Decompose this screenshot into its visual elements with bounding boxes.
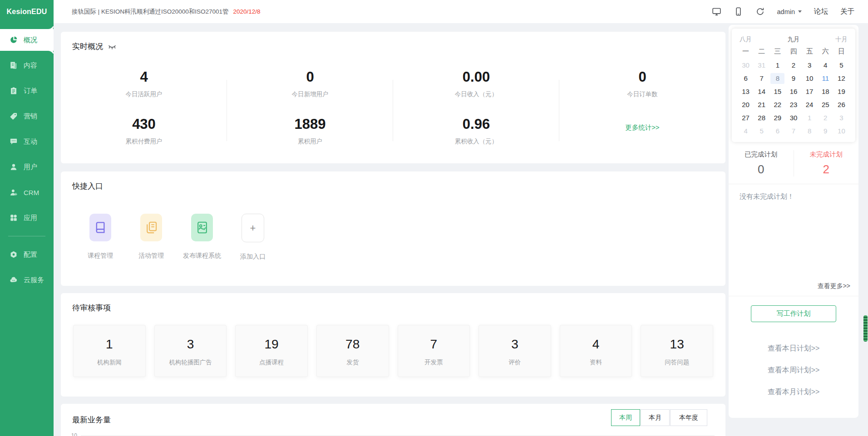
view-more-link[interactable]: 查看更多>> [729,282,858,296]
stat-value: 1889 [227,117,393,131]
view-plan-link-today[interactable]: 查看本日计划>> [768,344,820,353]
sidebar-item-crm[interactable]: CRM [0,181,54,203]
forum-link[interactable]: 论坛 [814,7,828,16]
pending-item-vod-courses[interactable]: 19点播课程 [235,325,308,377]
calendar-day[interactable]: 18 [819,86,833,97]
more-stats-link[interactable]: 更多统计>> [626,123,660,132]
calendar-day[interactable]: 30 [739,60,753,71]
overview-stats-grid: 4今日活跃用户430累积付费用户0今日新增用户1889累积用户0.00今日收入（… [61,64,725,146]
calendar-day[interactable]: 2 [786,60,800,71]
sidebar-item-users[interactable]: 用户 [0,156,54,178]
quick-entry-publish-course-system[interactable]: 发布课程系统 [191,214,213,261]
sidebar-item-apps[interactable]: 应用 [0,207,54,229]
right-panel-divider [729,296,858,296]
sidebar-item-cloud[interactable]: 云服务 [0,269,54,291]
calendar-day[interactable]: 26 [834,99,848,110]
pending-item-invoicing[interactable]: 7开发票 [398,325,470,377]
quick-entry-add-entry[interactable]: +添加入口 [242,214,264,261]
calendar-day[interactable]: 4 [739,126,753,137]
sidebar-item-marketing[interactable]: 营销 [0,105,54,127]
sidebar-item-orders[interactable]: 订单 [0,80,54,102]
pending-item-org-banner-ads[interactable]: 3机构轮播图广告 [154,325,227,377]
doc-icon [10,61,18,69]
calendar-day[interactable]: 16 [786,86,800,97]
tab-year[interactable]: 本年度 [670,409,707,426]
quick-entry-label: 活动管理 [138,252,164,260]
calendar-day[interactable]: 15 [770,86,784,97]
calendar-day[interactable]: 29 [770,113,784,123]
calendar-day[interactable]: 3 [834,113,848,123]
calendar-day[interactable]: 24 [803,99,817,110]
calendar-day[interactable]: 10 [803,73,817,84]
desktop-view-icon[interactable] [712,7,721,16]
calendar-day[interactable]: 10 [834,126,848,137]
pending-item-org-news[interactable]: 1机构新闻 [73,325,146,377]
tab-month[interactable]: 本月 [641,409,670,426]
mobile-view-icon[interactable] [734,7,743,16]
sidebar-item-overview[interactable]: 概况 [0,29,54,51]
calendar-day[interactable]: 20 [739,99,753,110]
calendar-day[interactable]: 31 [755,60,769,71]
tab-week[interactable]: 本周 [611,409,640,426]
calendar-day[interactable]: 27 [739,113,753,123]
quick-entry-course-management[interactable]: 课程管理 [89,214,111,261]
latest-business-card: 最新业务量 本周本月本年度 10 [61,404,725,436]
calendar-day[interactable]: 7 [755,73,769,84]
calendar-day[interactable]: 9 [786,73,800,84]
calendar-day[interactable]: 6 [739,73,753,84]
calendar-day[interactable]: 8 [803,126,817,137]
clipboard-icon [10,87,18,95]
calendar-weekday: 六 [818,47,833,58]
quick-entry-activity-management[interactable]: 活动管理 [140,214,162,261]
calendar-day-selected[interactable]: 8 [770,73,784,84]
calendar-day[interactable]: 4 [819,60,833,71]
calendar-day[interactable]: 5 [834,60,848,71]
sidebar-item-config[interactable]: 配置 [0,244,54,265]
calendar-day[interactable]: 3 [803,60,817,71]
calendar-day[interactable]: 13 [739,86,753,97]
chat-icon [10,137,18,146]
write-plan-button[interactable]: 写工作计划 [751,305,836,322]
plans-empty-message: 没有未完成计划！ [729,184,858,209]
about-link[interactable]: 关于 [840,7,854,16]
app-logo[interactable]: KesionEDU [0,0,54,23]
calendar-day[interactable]: 1 [770,60,784,71]
admin-dropdown[interactable]: admin [777,8,802,15]
pending-item-qa-questions[interactable]: 13问答问题 [641,325,713,377]
calendar-day[interactable]: 19 [834,86,848,97]
eye-closed-icon[interactable] [108,42,117,51]
calendar-day[interactable]: 28 [755,113,769,123]
calendar-day[interactable]: 9 [819,126,833,137]
calendar-day[interactable]: 12 [834,73,848,84]
calendar-day[interactable]: 7 [786,126,800,137]
pending-item-shipping[interactable]: 78发货 [316,325,389,377]
stat-new-users-total: 1889累积用户 [227,117,393,146]
pending-item-reviews[interactable]: 3评价 [478,325,551,377]
calendar-next-month[interactable]: 十月 [835,35,848,44]
stat-column-income: 0.00今日收入（元）0.96累积收入（元） [393,64,559,146]
sidebar-item-interaction[interactable]: 互动 [0,131,54,152]
sidebar-item-content[interactable]: 内容 [0,54,54,76]
view-plan-link-month[interactable]: 查看本月计划>> [768,387,820,397]
pending-item-materials[interactable]: 4资料 [560,325,632,377]
calendar-day[interactable]: 6 [770,126,784,137]
calendar-day[interactable]: 2 [819,113,833,123]
page-scrollbar-thumb[interactable] [863,315,868,342]
pending-review-card: 待审核事项 1机构新闻3机构轮播图广告19点播课程78发货7开发票3评价4资料1… [61,293,725,397]
calendar-day[interactable]: 25 [819,99,833,110]
calendar-day[interactable]: 30 [786,113,800,123]
calendar-day-today[interactable]: 11 [819,73,833,84]
stat-value: 0 [227,70,393,84]
calendar-day[interactable]: 17 [803,86,817,97]
calendar-day[interactable]: 22 [770,99,784,110]
calendar-day[interactable]: 5 [755,126,769,137]
calendar-day[interactable]: 23 [786,99,800,110]
view-plan-link-week[interactable]: 查看本周计划>> [768,366,820,375]
calendar-day[interactable]: 14 [755,86,769,97]
calendar-prev-month[interactable]: 八月 [740,35,752,44]
stat-value: 4 [61,70,227,84]
calendar-day[interactable]: 1 [803,113,817,123]
calendar-day[interactable]: 21 [755,99,769,110]
refresh-icon[interactable] [755,7,765,16]
stat-label: 今日收入（元） [393,90,559,98]
